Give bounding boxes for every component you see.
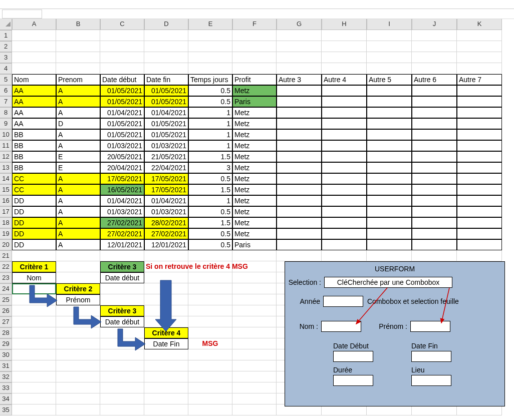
active-cell[interactable] bbox=[12, 283, 56, 294]
row-header[interactable]: 3 bbox=[0, 52, 12, 63]
cell[interactable] bbox=[412, 41, 457, 52]
cell[interactable] bbox=[277, 228, 322, 239]
cell-prenom[interactable]: A bbox=[56, 107, 100, 118]
cell[interactable] bbox=[56, 327, 100, 338]
cell-prenom[interactable]: A bbox=[56, 129, 100, 140]
table-header[interactable]: Autre 5 bbox=[367, 74, 412, 85]
cell-temps[interactable]: 1.5 bbox=[188, 151, 232, 162]
cell-nom[interactable]: DD bbox=[12, 228, 56, 239]
row-header[interactable]: 12 bbox=[0, 151, 12, 162]
cell-datedebut[interactable]: 01/05/2021 bbox=[100, 118, 144, 129]
cell[interactable] bbox=[322, 41, 367, 52]
cell[interactable] bbox=[232, 393, 277, 404]
row-header[interactable]: 31 bbox=[0, 360, 12, 371]
cell[interactable] bbox=[100, 52, 144, 63]
cell-temps[interactable]: 1.5 bbox=[188, 184, 232, 195]
cell[interactable] bbox=[412, 129, 457, 140]
cell[interactable] bbox=[12, 316, 56, 327]
row-header[interactable]: 11 bbox=[0, 140, 12, 151]
cell[interactable] bbox=[322, 206, 367, 217]
cell-profit[interactable]: Metz bbox=[232, 206, 277, 217]
cell-datedebut[interactable]: 01/05/2021 bbox=[100, 129, 144, 140]
cell-datefin[interactable]: 01/04/2021 bbox=[144, 107, 188, 118]
cell-datedebut[interactable]: 16/05/2021 bbox=[100, 184, 144, 195]
cell[interactable] bbox=[232, 63, 277, 74]
row-header[interactable]: 20 bbox=[0, 239, 12, 250]
row-header[interactable]: 15 bbox=[0, 184, 12, 195]
cell[interactable] bbox=[412, 140, 457, 151]
cell-temps[interactable]: 0.5 bbox=[188, 239, 232, 250]
cell-temps[interactable]: 0.5 bbox=[188, 85, 232, 96]
cell[interactable] bbox=[412, 184, 457, 195]
nom-input[interactable] bbox=[321, 321, 361, 332]
cell[interactable] bbox=[12, 305, 56, 316]
row-header[interactable]: 25 bbox=[0, 294, 12, 305]
row-header[interactable]: 32 bbox=[0, 371, 12, 382]
cell[interactable] bbox=[144, 272, 188, 283]
cell-nom[interactable]: BB bbox=[12, 162, 56, 173]
datedebut-input[interactable] bbox=[333, 351, 373, 362]
cell-datefin[interactable]: 01/03/2021 bbox=[144, 206, 188, 217]
row-header[interactable]: 17 bbox=[0, 206, 12, 217]
cell[interactable] bbox=[12, 349, 56, 360]
cell[interactable] bbox=[12, 371, 56, 382]
cell[interactable] bbox=[367, 85, 412, 96]
cell[interactable] bbox=[322, 52, 367, 63]
cell[interactable] bbox=[188, 261, 232, 272]
cell[interactable] bbox=[457, 85, 502, 96]
cell-datefin[interactable]: 28/02/2021 bbox=[144, 217, 188, 228]
cell[interactable] bbox=[277, 173, 322, 184]
table-header[interactable]: Prenom bbox=[56, 74, 100, 85]
row-header[interactable]: 28 bbox=[0, 327, 12, 338]
cell[interactable] bbox=[367, 96, 412, 107]
cell-profit[interactable]: Metz bbox=[232, 195, 277, 206]
row-header[interactable]: 8 bbox=[0, 107, 12, 118]
cell[interactable] bbox=[412, 118, 457, 129]
cell-datedebut[interactable]: 01/05/2021 bbox=[100, 96, 144, 107]
cell[interactable] bbox=[412, 85, 457, 96]
critere1-title[interactable]: Critère 1 bbox=[12, 261, 56, 272]
cell[interactable] bbox=[100, 393, 144, 404]
lieu-input[interactable] bbox=[411, 375, 451, 386]
cell[interactable] bbox=[232, 338, 277, 349]
cell-prenom[interactable]: A bbox=[56, 206, 100, 217]
cell[interactable] bbox=[56, 63, 100, 74]
cell-profit[interactable]: Metz bbox=[232, 173, 277, 184]
cell[interactable] bbox=[188, 393, 232, 404]
cell[interactable] bbox=[188, 327, 232, 338]
cell[interactable] bbox=[232, 360, 277, 371]
cell-datedebut[interactable]: 27/02/2021 bbox=[100, 228, 144, 239]
cell-profit[interactable]: Metz bbox=[232, 151, 277, 162]
cell[interactable] bbox=[144, 41, 188, 52]
col-header[interactable]: G bbox=[277, 19, 322, 30]
cell-prenom[interactable]: A bbox=[56, 184, 100, 195]
cell[interactable] bbox=[277, 217, 322, 228]
critere3-title[interactable]: Critère 3 bbox=[100, 305, 144, 316]
table-header[interactable]: Date fin bbox=[144, 74, 188, 85]
cell[interactable] bbox=[56, 272, 100, 283]
col-header[interactable]: A bbox=[12, 19, 56, 30]
cell-datefin[interactable]: 17/05/2021 bbox=[144, 173, 188, 184]
cell[interactable] bbox=[100, 327, 144, 338]
cell[interactable] bbox=[367, 118, 412, 129]
cell[interactable] bbox=[100, 382, 144, 393]
cell[interactable] bbox=[277, 96, 322, 107]
cell[interactable] bbox=[100, 338, 144, 349]
critere4-value[interactable]: Date Fin bbox=[144, 338, 188, 349]
cell-temps[interactable]: 0.5 bbox=[188, 228, 232, 239]
cell[interactable] bbox=[232, 52, 277, 63]
cell-datefin[interactable]: 01/05/2021 bbox=[144, 129, 188, 140]
cell-profit[interactable]: Metz bbox=[232, 228, 277, 239]
table-header[interactable]: Profit bbox=[232, 74, 277, 85]
cell-profit[interactable]: Metz bbox=[232, 140, 277, 151]
row-header[interactable]: 9 bbox=[0, 118, 12, 129]
cell-temps[interactable]: 0.5 bbox=[188, 96, 232, 107]
row-header[interactable]: 1 bbox=[0, 30, 12, 41]
cell[interactable] bbox=[277, 41, 322, 52]
cell[interactable] bbox=[12, 41, 56, 52]
cell[interactable] bbox=[367, 250, 412, 261]
critere2-title[interactable]: Critère 2 bbox=[56, 283, 100, 294]
cell[interactable] bbox=[322, 151, 367, 162]
critere2-value[interactable]: Prénom bbox=[56, 294, 100, 305]
cell-datefin[interactable]: 27/02/2021 bbox=[144, 228, 188, 239]
